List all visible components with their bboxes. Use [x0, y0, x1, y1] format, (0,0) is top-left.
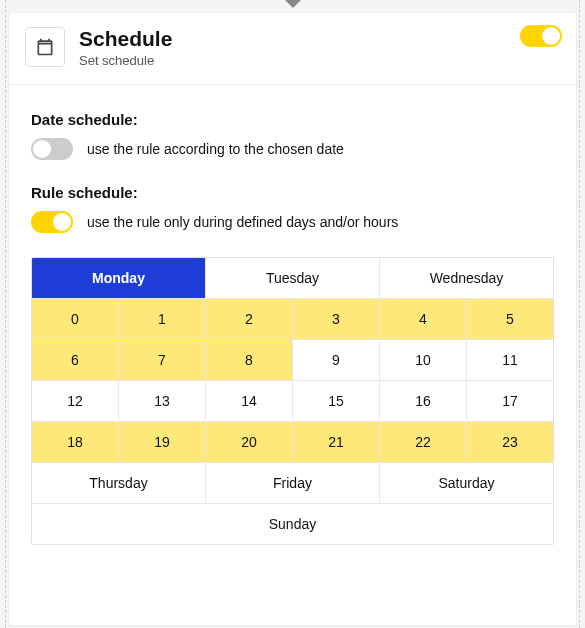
hour-cell[interactable]: 11 — [467, 340, 553, 381]
hour-cell[interactable]: 23 — [467, 422, 553, 463]
hour-cell[interactable]: 3 — [293, 299, 380, 340]
hour-cell[interactable]: 2 — [206, 299, 293, 340]
day-tab-friday[interactable]: Friday — [206, 463, 380, 504]
rule-schedule-description: use the rule only during defined days an… — [87, 214, 398, 230]
day-tab-wednesday[interactable]: Wednesday — [380, 258, 553, 299]
schedule-card: Schedule Set schedule Date schedule: use… — [8, 12, 577, 626]
hour-cell[interactable]: 10 — [380, 340, 467, 381]
hour-cell[interactable]: 6 — [32, 340, 119, 381]
date-schedule-label: Date schedule: — [31, 111, 554, 128]
hour-cell[interactable]: 16 — [380, 381, 467, 422]
hour-cell[interactable]: 13 — [119, 381, 206, 422]
calendar-icon — [25, 27, 65, 67]
day-tab-tuesday[interactable]: Tuesday — [206, 258, 380, 299]
hour-cell[interactable]: 4 — [380, 299, 467, 340]
hour-cell[interactable]: 1 — [119, 299, 206, 340]
hour-cell[interactable]: 17 — [467, 381, 553, 422]
date-schedule-toggle[interactable] — [31, 138, 73, 160]
enable-schedule-toggle[interactable] — [520, 25, 562, 47]
hour-cell[interactable]: 21 — [293, 422, 380, 463]
schedule-grid: Monday Tuesday Wednesday 0 1 2 3 4 5 6 7… — [31, 257, 554, 545]
hour-cell[interactable]: 5 — [467, 299, 553, 340]
day-tab-thursday[interactable]: Thursday — [32, 463, 206, 504]
hour-cell[interactable]: 7 — [119, 340, 206, 381]
day-tab-saturday[interactable]: Saturday — [380, 463, 553, 504]
hour-cell[interactable]: 22 — [380, 422, 467, 463]
day-tab-sunday[interactable]: Sunday — [32, 504, 553, 544]
hour-cell[interactable]: 15 — [293, 381, 380, 422]
hour-cell[interactable]: 14 — [206, 381, 293, 422]
hour-cell[interactable]: 8 — [206, 340, 293, 381]
date-schedule-section: Date schedule: use the rule according to… — [31, 111, 554, 160]
header-title: Schedule — [79, 27, 560, 51]
hour-cell[interactable]: 9 — [293, 340, 380, 381]
hour-cell[interactable]: 18 — [32, 422, 119, 463]
header-subtitle: Set schedule — [79, 53, 560, 68]
card-header: Schedule Set schedule — [9, 13, 576, 85]
hour-cell[interactable]: 19 — [119, 422, 206, 463]
rule-schedule-label: Rule schedule: — [31, 184, 554, 201]
day-tab-monday[interactable]: Monday — [32, 258, 206, 299]
rule-schedule-section: Rule schedule: use the rule only during … — [31, 184, 554, 233]
hour-cell[interactable]: 0 — [32, 299, 119, 340]
rule-schedule-toggle[interactable] — [31, 211, 73, 233]
date-schedule-description: use the rule according to the chosen dat… — [87, 141, 344, 157]
card-body: Date schedule: use the rule according to… — [9, 85, 576, 545]
hour-cell[interactable]: 12 — [32, 381, 119, 422]
hour-cell[interactable]: 20 — [206, 422, 293, 463]
arrow-down-icon — [285, 0, 301, 8]
